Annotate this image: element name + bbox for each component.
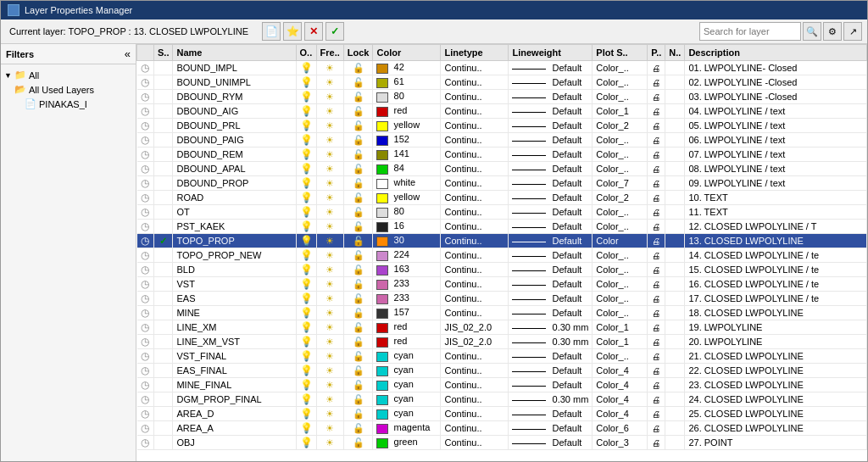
cell-color[interactable]: 80 xyxy=(373,205,441,220)
table-row[interactable]: ◷ DBOUND_REM 💡 ☀ 🔓 141 Continu.. Default… xyxy=(137,148,867,162)
table-row[interactable]: ◷ AREA_A 💡 ☀ 🔓 magenta Continu.. Default… xyxy=(137,421,867,436)
table-area[interactable]: S.. Name O.. Fre.. Lock Color Linetype L… xyxy=(136,44,867,461)
table-row[interactable]: ◷ VST_FINAL 💡 ☀ 🔓 cyan Continu.. Default… xyxy=(137,349,867,364)
cell-plots[interactable]: Color_2 xyxy=(593,119,648,133)
cell-linetype[interactable]: Continu.. xyxy=(441,421,509,436)
table-row[interactable]: ◷ DBOUND_RYM 💡 ☀ 🔓 80 Continu.. Default … xyxy=(137,90,867,104)
cell-p[interactable]: 🖨 xyxy=(648,263,665,277)
cell-linetype[interactable]: Continu.. xyxy=(441,61,509,75)
cell-on[interactable]: 💡 xyxy=(296,119,316,133)
tree-item-pinakas[interactable]: 📄 PINAKAS_I xyxy=(4,97,132,111)
cell-p[interactable]: 🖨 xyxy=(648,349,665,364)
cell-freeze[interactable]: ☀ xyxy=(316,162,343,176)
cell-lineweight[interactable]: Default xyxy=(509,292,593,306)
cell-freeze[interactable]: ☀ xyxy=(316,421,343,436)
cell-lock[interactable]: 🔓 xyxy=(343,220,373,234)
cell-nn[interactable] xyxy=(665,104,685,119)
cell-lock[interactable]: 🔓 xyxy=(343,248,373,263)
cell-freeze[interactable]: ☀ xyxy=(316,436,343,450)
col-header-status[interactable] xyxy=(137,45,154,61)
cell-plots[interactable]: Color_.. xyxy=(593,349,648,364)
cell-lock[interactable]: 🔓 xyxy=(343,436,373,450)
cell-freeze[interactable]: ☀ xyxy=(316,75,343,90)
cell-on[interactable]: 💡 xyxy=(296,392,316,407)
cell-linetype[interactable]: Continu.. xyxy=(441,392,509,407)
cell-lineweight[interactable]: Default xyxy=(509,90,593,104)
cell-linetype[interactable]: Continu.. xyxy=(441,220,509,234)
table-row[interactable]: ◷ DGM_PROP_FINAL 💡 ☀ 🔓 cyan Continu.. 0.… xyxy=(137,392,867,407)
col-header-linetype[interactable]: Linetype xyxy=(441,45,509,61)
cell-freeze[interactable]: ☀ xyxy=(316,335,343,349)
cell-plots[interactable]: Color_7 xyxy=(593,176,648,191)
cell-color[interactable]: 141 xyxy=(373,148,441,162)
cell-freeze[interactable]: ☀ xyxy=(316,61,343,75)
table-row[interactable]: ◷ DBOUND_PROP 💡 ☀ 🔓 white Continu.. Defa… xyxy=(137,176,867,191)
cell-on[interactable]: 💡 xyxy=(296,191,316,205)
col-header-fre[interactable]: Fre.. xyxy=(316,45,343,61)
cell-plots[interactable]: Color_.. xyxy=(593,220,648,234)
table-row[interactable]: ◷ PST_KAEK 💡 ☀ 🔓 16 Continu.. Default Co… xyxy=(137,220,867,234)
cell-color[interactable]: 84 xyxy=(373,162,441,176)
cell-freeze[interactable]: ☀ xyxy=(316,378,343,392)
settings-btn[interactable]: ⚙ xyxy=(823,22,842,41)
cell-color[interactable]: green xyxy=(373,436,441,450)
cell-nn[interactable] xyxy=(665,90,685,104)
cell-lineweight[interactable]: Default xyxy=(509,263,593,277)
cell-p[interactable]: 🖨 xyxy=(648,133,665,148)
cell-lock[interactable]: 🔓 xyxy=(343,119,373,133)
cell-plots[interactable]: Color_1 xyxy=(593,104,648,119)
table-row[interactable]: ◷ DBOUND_PRL 💡 ☀ 🔓 yellow Continu.. Defa… xyxy=(137,119,867,133)
table-row[interactable]: ◷ BLD 💡 ☀ 🔓 163 Continu.. Default Color_… xyxy=(137,263,867,277)
cell-freeze[interactable]: ☀ xyxy=(316,320,343,335)
cell-on[interactable]: 💡 xyxy=(296,421,316,436)
cell-linetype[interactable]: Continu.. xyxy=(441,162,509,176)
col-header-nn[interactable]: N.. xyxy=(665,45,685,61)
cell-lock[interactable]: 🔓 xyxy=(343,263,373,277)
col-header-desc[interactable]: Description xyxy=(685,45,867,61)
cell-plots[interactable]: Color_4 xyxy=(593,378,648,392)
table-row[interactable]: ◷ ✓ TOPO_PROP 💡 ☀ 🔓 30 Continu.. Default… xyxy=(137,234,867,248)
cell-lineweight[interactable]: Default xyxy=(509,148,593,162)
cell-on[interactable]: 💡 xyxy=(296,306,316,320)
cell-color[interactable]: cyan xyxy=(373,349,441,364)
cell-color[interactable]: 42 xyxy=(373,61,441,75)
cell-nn[interactable] xyxy=(665,407,685,421)
cell-color[interactable]: magenta xyxy=(373,421,441,436)
cell-linetype[interactable]: Continu.. xyxy=(441,349,509,364)
table-row[interactable]: ◷ LINE_XM_VST 💡 ☀ 🔓 red JIS_02_2.0 0.30 … xyxy=(137,335,867,349)
cell-lineweight[interactable]: Default xyxy=(509,61,593,75)
cell-p[interactable]: 🖨 xyxy=(648,335,665,349)
cell-plots[interactable]: Color_3 xyxy=(593,436,648,450)
table-row[interactable]: ◷ ROAD 💡 ☀ 🔓 yellow Continu.. Default Co… xyxy=(137,191,867,205)
cell-lock[interactable]: 🔓 xyxy=(343,148,373,162)
cell-lineweight[interactable]: Default xyxy=(509,364,593,378)
cell-lock[interactable]: 🔓 xyxy=(343,407,373,421)
col-header-o[interactable]: O.. xyxy=(296,45,316,61)
cell-freeze[interactable]: ☀ xyxy=(316,220,343,234)
cell-p[interactable]: 🖨 xyxy=(648,176,665,191)
extra-btn[interactable]: ↗ xyxy=(843,22,862,41)
cell-p[interactable]: 🖨 xyxy=(648,392,665,407)
cell-nn[interactable] xyxy=(665,292,685,306)
cell-freeze[interactable]: ☀ xyxy=(316,90,343,104)
cell-linetype[interactable]: Continu.. xyxy=(441,306,509,320)
cell-lineweight[interactable]: Default xyxy=(509,407,593,421)
cell-color[interactable]: yellow xyxy=(373,119,441,133)
cell-lock[interactable]: 🔓 xyxy=(343,104,373,119)
cell-color[interactable]: red xyxy=(373,320,441,335)
cell-lock[interactable]: 🔓 xyxy=(343,320,373,335)
cell-on[interactable]: 💡 xyxy=(296,75,316,90)
cell-plots[interactable]: Color_.. xyxy=(593,61,648,75)
col-header-s[interactable]: S.. xyxy=(154,45,173,61)
cell-color[interactable]: 163 xyxy=(373,263,441,277)
cell-linetype[interactable]: Continu.. xyxy=(441,119,509,133)
cell-plots[interactable]: Color_.. xyxy=(593,75,648,90)
table-row[interactable]: ◷ DBOUND_AIG 💡 ☀ 🔓 red Continu.. Default… xyxy=(137,104,867,119)
cell-nn[interactable] xyxy=(665,75,685,90)
cell-color[interactable]: 233 xyxy=(373,277,441,292)
cell-on[interactable]: 💡 xyxy=(296,162,316,176)
cell-plots[interactable]: Color_.. xyxy=(593,248,648,263)
cell-on[interactable]: 💡 xyxy=(296,104,316,119)
cell-nn[interactable] xyxy=(665,335,685,349)
cell-p[interactable]: 🖨 xyxy=(648,436,665,450)
